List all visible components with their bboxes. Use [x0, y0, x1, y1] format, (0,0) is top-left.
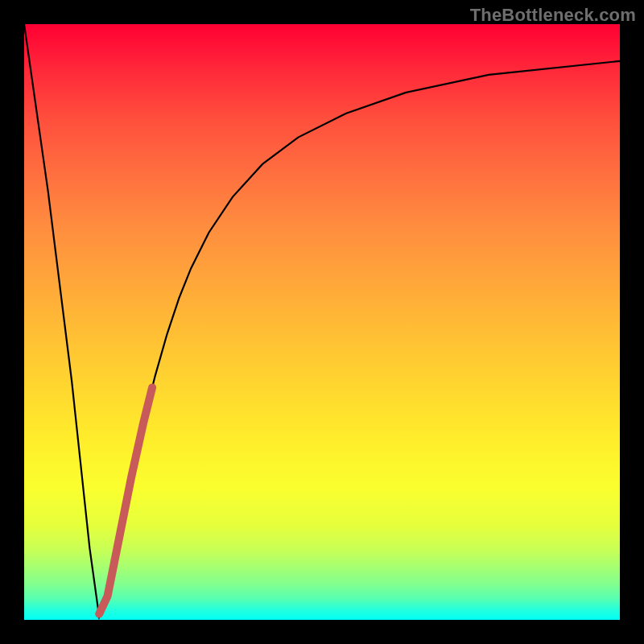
highlight-segment — [99, 387, 152, 613]
plot-area — [24, 24, 620, 620]
bottleneck-curve — [24, 24, 620, 617]
chart-svg — [24, 24, 620, 620]
chart-stage: TheBottleneck.com — [0, 0, 644, 644]
watermark-text: TheBottleneck.com — [470, 5, 636, 26]
